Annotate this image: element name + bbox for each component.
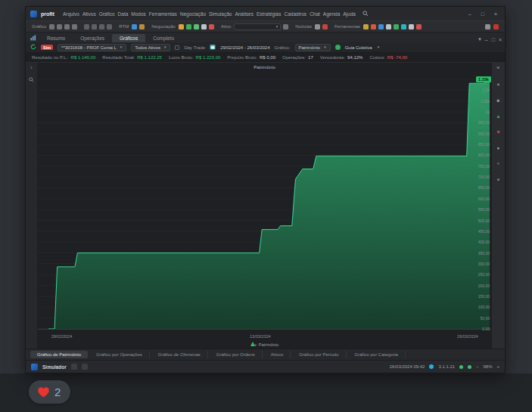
window-minimize-button[interactable]: –: [465, 11, 474, 17]
menu-item-analises[interactable]: Análises: [233, 11, 255, 17]
panel-minimize-icon[interactable]: –: [485, 37, 488, 42]
menu-icon[interactable]: ≡: [497, 65, 500, 70]
subtab-ativos[interactable]: Ativos: [264, 351, 291, 358]
tab-graficos[interactable]: Gráficos: [112, 34, 145, 42]
stat-operacoes: Operações:17: [282, 55, 313, 60]
panel-maximize-icon[interactable]: □: [492, 37, 495, 42]
feed-status-icon: [459, 365, 463, 369]
menu-item-ferramentas[interactable]: Ferramentas: [148, 11, 179, 17]
stop-icon[interactable]: [209, 24, 214, 29]
boleta-icon[interactable]: [179, 24, 184, 29]
add-icon[interactable]: +: [497, 161, 500, 166]
layout-icon[interactable]: [82, 364, 88, 370]
subtab-grafico-de-ofensivas[interactable]: Gráfico de Ofensivas: [151, 351, 208, 358]
menu-item-data[interactable]: Data: [117, 11, 130, 17]
sell-icon[interactable]: [194, 24, 199, 29]
zoom-out-icon[interactable]: –: [476, 364, 478, 369]
stat-resultado-total: Resultado Total:R$ 1.122,25: [102, 55, 162, 60]
window-maximize-button[interactable]: □: [478, 11, 487, 17]
chevron-right-icon[interactable]: ›: [30, 65, 32, 70]
menu-item-grafico[interactable]: Gráfico: [98, 11, 117, 17]
tab-operacoes[interactable]: Operações: [73, 34, 112, 42]
chart-type-select[interactable]: Patrimônio ▼: [295, 44, 331, 51]
assets-select[interactable]: Todos Ativos ▼: [131, 44, 170, 51]
buy-arrow-icon[interactable]: ▲: [496, 113, 500, 119]
search-icon[interactable]: [29, 77, 34, 83]
layers-icon[interactable]: [409, 24, 414, 29]
menu-item-simulacao[interactable]: Simulação: [207, 11, 233, 17]
menu-item-chat[interactable]: Chat: [308, 11, 322, 17]
edit-icon[interactable]: [71, 364, 77, 370]
candles-icon[interactable]: [57, 24, 62, 29]
menu-item-agenda[interactable]: Agenda: [322, 11, 341, 17]
draw-icon[interactable]: [84, 24, 89, 29]
subtab-grafico-por-operacoes[interactable]: Gráfico por Operações: [89, 351, 150, 358]
daytrade-checkbox[interactable]: [175, 45, 179, 50]
toolbar-group-ativo: Ativo▼: [221, 23, 288, 30]
panel-grid-icon[interactable]: ■: [497, 98, 500, 103]
search-icon[interactable]: [362, 11, 369, 17]
text-tool-icon[interactable]: [92, 24, 97, 29]
clock-icon[interactable]: [315, 24, 320, 29]
calendar-icon[interactable]: [210, 44, 216, 51]
zoom-level: 98%: [483, 364, 492, 369]
monitor-icon[interactable]: [378, 24, 384, 29]
asset-search-select[interactable]: ▼: [234, 23, 281, 30]
subtab-grafico-por-periodo[interactable]: Gráfico por Período: [292, 351, 346, 358]
stat-value: R$ 1.149,00: [71, 55, 96, 60]
left-rail: ›: [26, 63, 38, 348]
panel-dropdown-icon[interactable]: ▾: [478, 36, 481, 42]
stats-bar: Resultado no P.L.:R$ 1.149,00Resultado T…: [26, 53, 505, 63]
filter-bar: Sim **3031608 - PROF Conta L ▼ Todos Ati…: [26, 42, 505, 53]
favorites-icon[interactable]: ✶: [496, 177, 500, 183]
wrench-icon[interactable]: [363, 24, 369, 29]
tab-completo[interactable]: Completo: [145, 34, 182, 42]
menu-item-estrategias[interactable]: Estratégias: [255, 11, 283, 17]
alert-icon[interactable]: [322, 24, 328, 29]
stat-prejuizo-bruto: Prejuízo Bruto:R$ 0,00: [227, 55, 275, 60]
subtab-grafico-por-ordens[interactable]: Gráfico por Ordens: [210, 351, 263, 358]
window-close-button[interactable]: ×: [491, 11, 500, 17]
menu-item-ativos[interactable]: Ativos: [81, 11, 98, 17]
indicator-icon[interactable]: [72, 24, 77, 29]
fibonacci-icon[interactable]: [99, 24, 104, 29]
buy-icon[interactable]: [186, 24, 191, 29]
menu-item-ajuda[interactable]: Ajuda: [341, 11, 357, 17]
record-icon[interactable]: [493, 24, 499, 29]
tab-resumo[interactable]: Resumo: [39, 34, 73, 42]
lock-icon[interactable]: [139, 24, 145, 29]
play-icon[interactable]: [394, 24, 399, 29]
collapse-up-icon[interactable]: ▴: [497, 81, 499, 87]
toolbar-group-label: Ativo: [221, 24, 231, 29]
menu-item-modos[interactable]: Modos: [129, 11, 148, 17]
menu-item-negociacao[interactable]: Negociação: [179, 11, 207, 17]
account-select[interactable]: **3031608 - PROF Conta L ▼: [58, 44, 126, 51]
menu-item-cadastros[interactable]: Cadastros: [283, 11, 309, 17]
subtab-grafico-de-patrimonio[interactable]: Gráfico de Patrimônio: [30, 351, 88, 358]
zoom-in-icon[interactable]: +: [496, 364, 499, 369]
subtab-grafico-por-categoria[interactable]: Gráfico por Categoria: [348, 351, 406, 358]
stat-label: Custos:: [369, 55, 384, 60]
ruler-icon[interactable]: [107, 24, 112, 29]
history-icon[interactable]: ●: [497, 145, 500, 150]
watchlist-icon[interactable]: [283, 24, 288, 29]
sell-arrow-icon[interactable]: ▼: [496, 129, 500, 135]
menubar: profit ArquivoAtivosGráficoDataModosFerr…: [26, 7, 505, 20]
book-icon[interactable]: [201, 24, 207, 29]
line-chart-icon[interactable]: [64, 24, 70, 29]
calculator-icon[interactable]: [386, 24, 391, 29]
grid-icon[interactable]: [132, 24, 137, 29]
date-range[interactable]: 29/02/2024 - 26/03/2024: [220, 45, 269, 50]
chart-icon[interactable]: [49, 24, 54, 29]
favorites-icon[interactable]: [416, 24, 422, 29]
globe-icon[interactable]: [401, 24, 406, 29]
group-tab-button[interactable]: Guia Coletiva: [345, 45, 372, 50]
flag-icon[interactable]: [371, 24, 376, 29]
refresh-icon[interactable]: [30, 44, 36, 51]
settings-icon[interactable]: [485, 24, 490, 29]
simulator-badge: Sim: [41, 45, 53, 50]
toolbar-group-label: RTM: [119, 24, 129, 29]
panel-close-icon[interactable]: ×: [499, 37, 502, 42]
message-reaction[interactable]: 2: [29, 380, 70, 404]
menu-item-arquivo[interactable]: Arquivo: [61, 11, 81, 17]
